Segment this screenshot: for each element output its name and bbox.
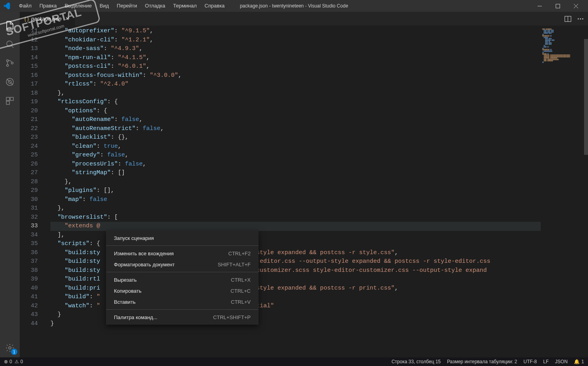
code-line[interactable]: "postcss-focus-within": "^3.0.0", (50, 71, 541, 80)
scrollbar-thumb[interactable] (584, 39, 588, 155)
line-number: 25 (20, 151, 38, 160)
tab-label: package.json (31, 16, 61, 22)
settings-icon[interactable]: 1 (0, 338, 20, 357)
line-number: 29 (20, 186, 38, 195)
context-menu-item[interactable]: Запуск сценария (106, 232, 259, 243)
close-button[interactable] (567, 0, 585, 12)
context-menu-shortcut: SHIFT+ALT+F (218, 262, 251, 268)
context-menu-separator (106, 245, 259, 246)
context-menu-item[interactable]: ВырезатьCTRL+X (106, 274, 259, 285)
line-number: 12 (20, 36, 38, 45)
code-line[interactable]: "node-sass": "^4.9.3", (50, 45, 541, 54)
code-line[interactable]: "npm-run-all": "^4.1.5", (50, 54, 541, 63)
debug-icon[interactable] (0, 72, 20, 91)
svg-rect-0 (538, 6, 542, 6)
menu-help[interactable]: Справка (201, 0, 229, 12)
warnings-item[interactable]: ⚠0 (15, 359, 23, 364)
menu-go[interactable]: Перейти (113, 0, 141, 12)
line-number: 34 (20, 231, 38, 240)
line-numbers-gutter: 1112131415161718192021222324252627282930… (20, 26, 46, 357)
context-menu-item[interactable]: КопироватьCTRL+C (106, 285, 259, 296)
context-menu-item[interactable]: Форматировать документSHIFT+ALT+F (106, 259, 259, 270)
line-number: 14 (20, 54, 38, 63)
line-number: 15 (20, 62, 38, 71)
notifications[interactable]: 🔔1 (574, 359, 584, 364)
main-area: 1 { } package.json ✕ 1112131415161718192… (0, 12, 588, 357)
context-menu-shortcut: CTRL+X (231, 277, 251, 283)
title-bar: Файл Правка Выделение Вид Перейти Отладк… (0, 0, 588, 12)
status-bar: ⊗0 ⚠0 Строка 33, столбец 15 Размер интер… (0, 357, 588, 366)
code-line[interactable]: "autoRename": false, (50, 115, 541, 124)
encoding[interactable]: UTF-8 (523, 359, 537, 364)
errors-item[interactable]: ⊗0 (4, 359, 12, 364)
source-control-icon[interactable] (0, 54, 20, 72)
search-icon[interactable] (0, 35, 20, 54)
line-number: 35 (20, 240, 38, 249)
code-line[interactable]: "options": { (50, 107, 541, 116)
editor-scrollbar[interactable] (582, 26, 588, 357)
code-line[interactable]: "autoRenameStrict": false, (50, 124, 541, 134)
notification-count: 1 (581, 359, 584, 364)
json-braces-icon: { } (24, 16, 29, 22)
tab-close-icon[interactable]: ✕ (64, 16, 70, 22)
code-line[interactable]: }, (50, 178, 541, 187)
code-line[interactable]: "map": false (50, 195, 541, 204)
line-number: 41 (20, 293, 38, 302)
explorer-icon[interactable] (0, 16, 20, 35)
line-number: 22 (20, 124, 38, 134)
context-menu: Запуск сценарияИзменить все вхожденияCTR… (106, 230, 259, 325)
language-mode[interactable]: JSON (555, 359, 568, 364)
menu-file[interactable]: Файл (15, 0, 35, 12)
menu-debug[interactable]: Отладка (141, 0, 169, 12)
code-line[interactable]: }, (50, 204, 541, 213)
context-menu-shortcut: CTRL+SHIFT+P (213, 314, 251, 320)
line-number: 28 (20, 178, 38, 187)
maximize-button[interactable] (549, 0, 567, 12)
context-menu-item[interactable]: Палитра команд...CTRL+SHIFT+P (106, 312, 259, 323)
warning-count: 0 (20, 359, 23, 364)
code-line[interactable]: }, (50, 89, 541, 98)
menu-edit[interactable]: Правка (35, 0, 61, 12)
code-line[interactable]: "blacklist": {}, (50, 133, 541, 142)
minimap[interactable]: ████ ████████ ████ ████ ████ ████ ████ █… (541, 26, 588, 357)
context-menu-label: Вставить (114, 299, 136, 305)
more-actions-icon[interactable] (577, 15, 584, 22)
line-number: 19 (20, 98, 38, 107)
code-line[interactable]: "plugins": [], (50, 186, 541, 195)
line-number: 11 (20, 27, 38, 36)
context-menu-separator (106, 272, 259, 272)
svg-point-14 (578, 18, 579, 19)
code-line[interactable]: "browserslist": [ (50, 213, 541, 222)
tab-size[interactable]: Размер интервала табуляции: 2 (447, 359, 517, 364)
svg-rect-9 (10, 97, 13, 100)
line-number: 40 (20, 284, 38, 293)
context-menu-label: Запуск сценария (114, 235, 154, 241)
eol[interactable]: LF (543, 359, 549, 364)
tab-package-json[interactable]: { } package.json ✕ (20, 12, 75, 26)
code-line[interactable]: "processUrls": false, (50, 160, 541, 169)
code-line[interactable]: "stringMap": [] (50, 169, 541, 178)
bell-icon: 🔔 (574, 359, 580, 364)
line-number: 42 (20, 302, 38, 311)
menu-selection[interactable]: Выделение (61, 0, 96, 12)
context-menu-item[interactable]: ВставитьCTRL+V (106, 296, 259, 307)
minimize-button[interactable] (530, 0, 549, 12)
code-line[interactable]: "rtlcssConfig": { (50, 98, 541, 107)
line-number: 33 (20, 222, 38, 231)
code-line[interactable]: "greedy": false, (50, 151, 541, 160)
code-line[interactable]: "postcss-cli": "^6.0.1", (50, 62, 541, 71)
line-number: 27 (20, 169, 38, 178)
context-menu-item[interactable]: Изменить все вхожденияCTRL+F2 (106, 248, 259, 259)
code-line[interactable]: "chokidar-cli": "^1.2.1", (50, 36, 541, 45)
extensions-icon[interactable] (0, 91, 20, 110)
code-line[interactable]: "clean": true, (50, 142, 541, 151)
code-line[interactable]: "autoprefixer": "^9.1.5", (50, 27, 541, 36)
code-line[interactable]: "extends @ (50, 222, 541, 231)
split-editor-icon[interactable] (564, 15, 571, 22)
code-line[interactable]: "rtlcss": "^2.4.0" (50, 80, 541, 89)
editor-body[interactable]: 1112131415161718192021222324252627282930… (20, 26, 588, 357)
menu-terminal[interactable]: Терминал (169, 0, 201, 12)
menu-view[interactable]: Вид (96, 0, 113, 12)
line-number: 24 (20, 142, 38, 151)
cursor-position[interactable]: Строка 33, столбец 15 (391, 359, 441, 364)
